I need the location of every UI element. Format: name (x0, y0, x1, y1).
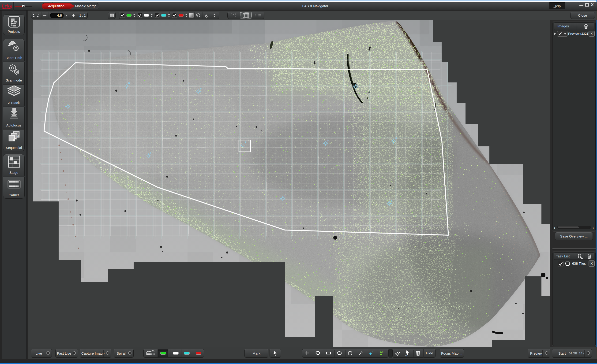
svg-text:F: F (284, 194, 286, 197)
svg-text:F: F (128, 82, 130, 85)
svg-text:F: F (395, 137, 397, 140)
svg-text:F: F (391, 199, 393, 202)
svg-text:Leica: Leica (1, 3, 12, 8)
svg-text:F: F (200, 87, 202, 90)
svg-text:F: F (357, 82, 359, 85)
svg-text:2: 2 (15, 136, 16, 139)
svg-text:4.8: 4.8 (57, 13, 62, 17)
svg-text:3: 3 (17, 134, 19, 137)
svg-text:F: F (372, 350, 373, 353)
svg-text:Acquisition: Acquisition (48, 4, 64, 8)
svg-text:AF: AF (380, 351, 384, 353)
svg-text:1: 1 (13, 138, 14, 141)
svg-text:1 : 1: 1 : 1 (79, 14, 86, 17)
svg-text:F: F (245, 141, 246, 144)
svg-text:F: F (327, 139, 329, 142)
svg-text:F: F (150, 152, 152, 154)
svg-text:F: F (70, 102, 71, 105)
svg-text:Mosaic Merge: Mosaic Merge (75, 4, 96, 8)
svg-text:ALL: ALL (405, 354, 409, 357)
